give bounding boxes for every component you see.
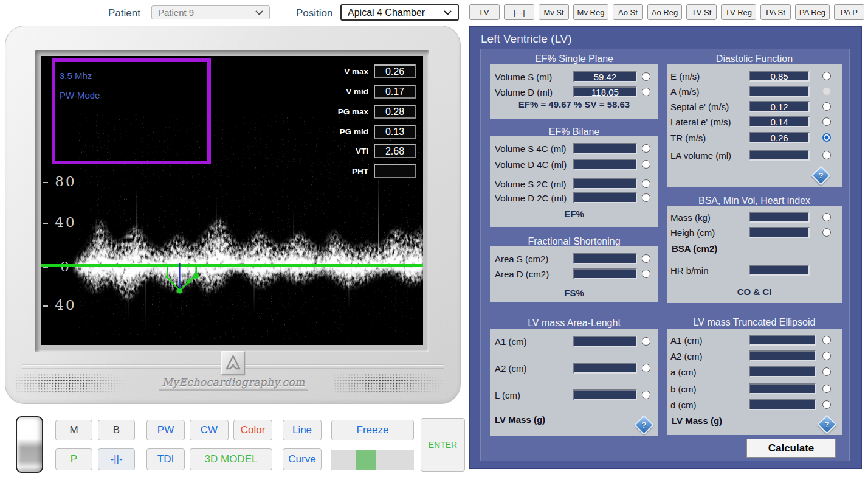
cw-button[interactable]: CW [190,420,229,440]
mode-button-mv-reg[interactable]: Mv Reg [573,4,608,20]
field-value-box[interactable] [749,383,816,394]
mode-button-bar: LV|- -|Mv StMv RegAo StAo RegTV StTV Reg… [469,4,864,20]
field-label: Lateral e' (m/s) [670,117,731,127]
gain-lever[interactable] [16,416,43,473]
field-value-box[interactable] [573,363,637,374]
field-radio[interactable] [642,337,650,346]
field-radio[interactable] [642,364,650,372]
field-radio[interactable] [642,270,650,278]
section-title: LV mass Area-Lenght [490,318,658,329]
field-radio[interactable] [642,72,650,81]
chevron-down-icon [444,10,452,15]
model-3d-button[interactable]: 3D MODEL [190,448,272,470]
b-mode-button[interactable]: B [98,420,135,440]
section-body: E (m/s)0.85A (m/s)Septal e' (m/s)0.12Lat… [667,64,842,187]
field-label: A1 (cm) [670,335,703,346]
help-icon[interactable]: ? [811,165,831,186]
mode-button-pa-st[interactable]: PA St [760,4,791,20]
field-value-box[interactable] [573,192,637,203]
field-value-box[interactable]: 118.05 [573,86,637,97]
field-value-box[interactable]: 0.26 [749,132,810,143]
mode-button-pa-reg[interactable]: PA Reg [795,4,830,20]
freeze-button[interactable]: Freeze [331,420,414,440]
field-value-box[interactable] [749,399,816,410]
field-value-box[interactable] [749,366,816,377]
mode-button-tv-reg[interactable]: TV Reg [721,4,756,20]
section-diast: Diastolic FunctionE (m/s)0.85A (m/s)Sept… [667,54,842,187]
line-button[interactable]: Line [283,420,322,440]
field-radio[interactable] [642,254,650,263]
gate-button[interactable]: -||- [98,448,135,470]
speaker-grille-left [15,374,126,394]
section-areal: LV mass Area-LenghtA1 (cm)A2 (cm)L (cm)L… [490,318,658,436]
field-value-box[interactable] [749,212,810,223]
field-radio[interactable] [822,336,831,344]
curve-button[interactable]: Curve [283,448,322,470]
field-value-box[interactable] [573,268,637,279]
field-radio[interactable] [642,160,650,169]
p-button[interactable]: P [55,448,92,470]
mode-button-mv-st[interactable]: Mv St [539,4,569,20]
field-value-box[interactable] [749,350,816,361]
sweep-slider[interactable] [331,450,414,470]
field-radio[interactable] [822,213,831,221]
field-value-box[interactable] [573,336,637,347]
field-value-box[interactable] [573,178,637,189]
field-radio[interactable] [822,151,831,159]
mode-button-calipers[interactable]: |- -| [504,4,534,20]
lv-panel: Left Ventricle (LV) EF% Single PlaneVolu… [469,26,862,469]
field-value-box[interactable]: 0.12 [749,101,810,112]
field-radio[interactable] [822,72,831,80]
field-value-box[interactable] [573,253,637,264]
section-body: Volume S (ml)59.42Volume D (ml)118.05EF%… [490,64,658,119]
field-radio[interactable] [822,385,831,393]
field-label: Volume S 2C (ml) [495,179,567,189]
field-radio[interactable] [642,88,650,96]
field-radio[interactable] [642,391,650,399]
sweep-slider-thumb[interactable] [356,450,376,470]
mode-button-ao-st[interactable]: Ao St [613,4,643,20]
calculate-button[interactable]: Calculate [746,439,836,458]
field-radio[interactable] [822,117,831,126]
section-title: BSA, Min Vol, Heart index [667,195,842,206]
mode-button-tv-st[interactable]: TV St [686,4,717,20]
field-value-box[interactable] [749,227,810,238]
pw-button[interactable]: PW [146,420,185,440]
field-row: Septal e' (m/s)0.12 [667,101,842,112]
mode-button-lv[interactable]: LV [469,4,500,20]
field-radio[interactable] [822,352,831,360]
section-result-label: EF% = 49.67 % SV = 58.63 [490,99,658,110]
field-radio[interactable] [822,133,831,142]
field-label: Septal e' (m/s) [670,102,729,112]
field-value-box[interactable] [573,143,637,154]
mode-button-pa-p[interactable]: PA P [834,4,864,20]
field-row: d (cm) [667,399,842,410]
field-value-box[interactable] [749,86,810,97]
field-value-box[interactable]: 0.14 [749,116,810,127]
tdi-button[interactable]: TDI [146,448,185,470]
patient-select[interactable]: Patient 9 [151,5,270,19]
field-radio[interactable] [642,193,650,202]
field-row: Volume D 4C (ml) [490,159,658,170]
field-value-box[interactable] [749,265,810,276]
field-value-box[interactable] [749,335,816,346]
field-radio[interactable] [822,228,831,237]
field-radio[interactable] [642,179,650,188]
field-radio[interactable] [822,87,831,96]
field-value-box[interactable] [749,150,810,161]
field-radio[interactable] [822,367,831,376]
field-value-box[interactable]: 0.85 [749,71,810,82]
field-value-box[interactable] [573,159,637,170]
field-value-box[interactable]: 59.42 [573,71,637,82]
position-select[interactable]: Apical 4 Chamber [340,4,459,21]
field-radio[interactable] [642,144,650,153]
field-radio[interactable] [822,400,831,409]
enter-button[interactable]: ENTER [421,418,465,472]
color-button[interactable]: Color [233,420,272,440]
m-mode-button[interactable]: M [55,420,92,440]
field-radio[interactable] [822,102,831,111]
ultrasound-screen[interactable]: 3.5 Mhz PW-Mode V max0.26V mid0.17PG max… [41,56,423,345]
mode-button-ao-reg[interactable]: Ao Reg [647,4,682,20]
brand-logo-icon [221,351,245,375]
field-value-box[interactable] [573,389,637,400]
